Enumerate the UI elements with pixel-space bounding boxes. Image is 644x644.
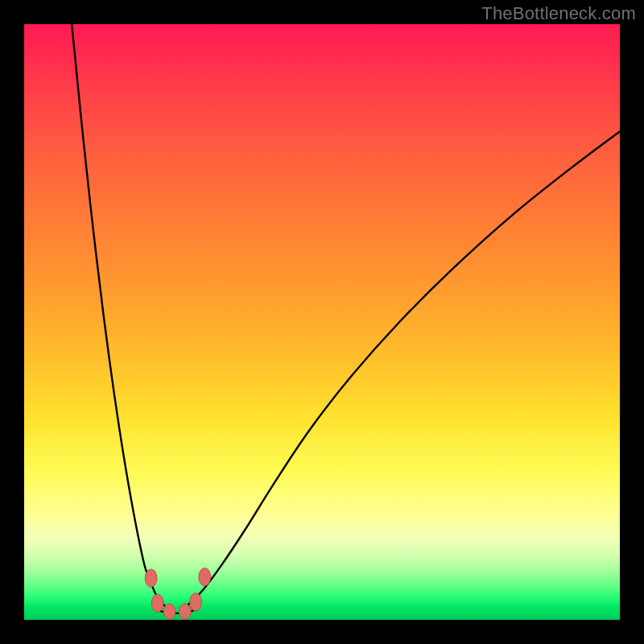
marker-point	[163, 604, 175, 619]
marker-point	[151, 594, 163, 612]
marker-point	[199, 568, 211, 586]
plot-area	[24, 24, 620, 620]
plot-svg	[24, 24, 620, 620]
marker-point	[145, 569, 157, 587]
watermark-text: TheBottleneck.com	[481, 3, 636, 24]
curve-bottleneck-curve-right	[185, 131, 620, 608]
marker-point	[179, 604, 191, 619]
chart-frame: TheBottleneck.com	[0, 0, 644, 644]
curve-layer	[72, 24, 620, 613]
marker-point	[190, 593, 202, 611]
curve-bottleneck-curve-left	[72, 24, 167, 608]
